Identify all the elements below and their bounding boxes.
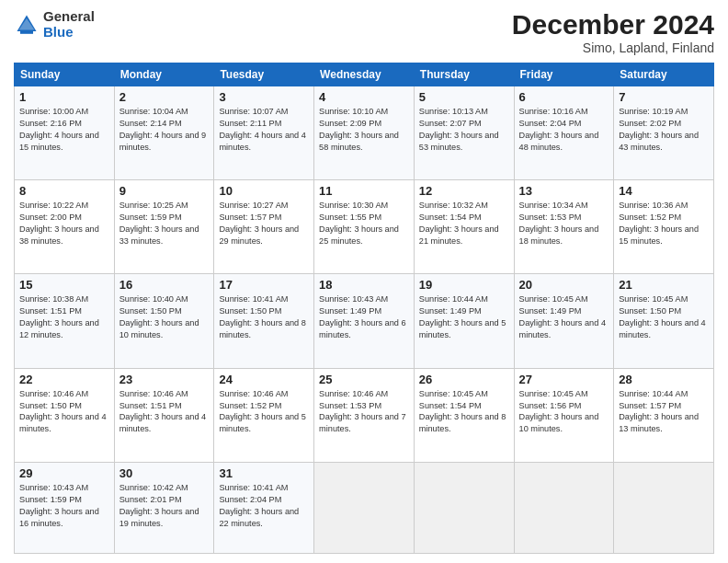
day-detail: Sunrise: 10:16 AMSunset: 2:04 PMDaylight…: [519, 107, 599, 152]
calendar-table: Sunday Monday Tuesday Wednesday Thursday…: [14, 63, 714, 554]
table-row: 26 Sunrise: 10:45 AMSunset: 1:54 PMDayli…: [414, 368, 514, 462]
day-number: 3: [219, 90, 309, 104]
day-number: 7: [619, 90, 709, 104]
day-detail: Sunrise: 10:38 AMSunset: 1:51 PMDaylight…: [19, 294, 99, 339]
table-row: 5 Sunrise: 10:13 AMSunset: 2:07 PMDaylig…: [414, 86, 514, 180]
table-row: 18 Sunrise: 10:43 AMSunset: 1:49 PMDayli…: [314, 274, 415, 368]
day-detail: Sunrise: 10:10 AMSunset: 2:09 PMDaylight…: [319, 107, 399, 152]
day-detail: Sunrise: 10:44 AMSunset: 1:57 PMDaylight…: [619, 389, 699, 434]
table-row: 2 Sunrise: 10:04 AMSunset: 2:14 PMDaylig…: [114, 86, 214, 180]
day-number: 28: [619, 373, 709, 386]
table-row: 15 Sunrise: 10:38 AMSunset: 1:51 PMDayli…: [15, 274, 115, 368]
day-detail: Sunrise: 10:19 AMSunset: 2:02 PMDaylight…: [619, 107, 699, 152]
table-row: 12 Sunrise: 10:32 AMSunset: 1:54 PMDayli…: [414, 180, 514, 274]
table-row: 8 Sunrise: 10:22 AMSunset: 2:00 PMDaylig…: [15, 180, 115, 274]
header-thursday: Thursday: [414, 63, 514, 86]
day-number: 16: [119, 278, 210, 292]
location-subtitle: Simo, Lapland, Finland: [512, 40, 714, 55]
day-detail: Sunrise: 10:43 AMSunset: 1:59 PMDaylight…: [19, 483, 99, 528]
table-row: [314, 462, 415, 553]
day-number: 4: [319, 90, 409, 104]
day-number: 30: [119, 466, 210, 480]
logo-general-text: General: [43, 9, 95, 25]
day-number: 10: [219, 184, 309, 198]
day-detail: Sunrise: 10:25 AMSunset: 1:59 PMDaylight…: [119, 201, 199, 246]
table-row: 16 Sunrise: 10:40 AMSunset: 1:50 PMDayli…: [114, 274, 214, 368]
weekday-header-row: Sunday Monday Tuesday Wednesday Thursday…: [15, 63, 714, 86]
table-row: [514, 462, 614, 553]
day-number: 12: [419, 184, 509, 198]
table-row: 29 Sunrise: 10:43 AMSunset: 1:59 PMDayli…: [15, 462, 115, 553]
header-monday: Monday: [114, 63, 214, 86]
day-number: 31: [219, 466, 309, 480]
day-detail: Sunrise: 10:45 AMSunset: 1:54 PMDaylight…: [419, 389, 506, 434]
table-row: 14 Sunrise: 10:36 AMSunset: 1:52 PMDayli…: [614, 180, 714, 274]
day-detail: Sunrise: 10:40 AMSunset: 1:50 PMDaylight…: [119, 294, 199, 339]
day-number: 13: [519, 184, 609, 198]
table-row: 30 Sunrise: 10:42 AMSunset: 2:01 PMDayli…: [114, 462, 214, 553]
table-row: 24 Sunrise: 10:46 AMSunset: 1:52 PMDayli…: [214, 368, 314, 462]
day-detail: Sunrise: 10:42 AMSunset: 2:01 PMDaylight…: [119, 483, 199, 528]
svg-rect-2: [20, 31, 33, 34]
day-number: 21: [619, 278, 709, 292]
day-detail: Sunrise: 10:43 AMSunset: 1:49 PMDaylight…: [319, 294, 406, 339]
table-row: [414, 462, 514, 553]
day-detail: Sunrise: 10:04 AMSunset: 2:14 PMDaylight…: [119, 107, 207, 152]
day-detail: Sunrise: 10:00 AMSunset: 2:16 PMDaylight…: [19, 107, 99, 152]
day-number: 23: [119, 373, 210, 386]
header-saturday: Saturday: [614, 63, 714, 86]
table-row: [614, 462, 714, 553]
day-number: 11: [319, 184, 409, 198]
day-detail: Sunrise: 10:07 AMSunset: 2:11 PMDaylight…: [219, 107, 306, 152]
header-friday: Friday: [514, 63, 614, 86]
table-row: 19 Sunrise: 10:44 AMSunset: 1:49 PMDayli…: [414, 274, 514, 368]
day-detail: Sunrise: 10:41 AMSunset: 1:50 PMDaylight…: [219, 294, 306, 339]
day-number: 25: [319, 373, 409, 386]
day-detail: Sunrise: 10:45 AMSunset: 1:50 PMDaylight…: [619, 294, 706, 339]
day-detail: Sunrise: 10:30 AMSunset: 1:55 PMDaylight…: [319, 201, 399, 246]
day-detail: Sunrise: 10:36 AMSunset: 1:52 PMDaylight…: [619, 201, 699, 246]
logo-icon: [14, 12, 40, 38]
calendar-header: Sunday Monday Tuesday Wednesday Thursday…: [15, 63, 714, 86]
day-detail: Sunrise: 10:46 AMSunset: 1:52 PMDaylight…: [219, 389, 306, 434]
table-row: 3 Sunrise: 10:07 AMSunset: 2:11 PMDaylig…: [214, 86, 314, 180]
day-detail: Sunrise: 10:46 AMSunset: 1:53 PMDaylight…: [319, 389, 406, 434]
day-detail: Sunrise: 10:34 AMSunset: 1:53 PMDaylight…: [519, 201, 599, 246]
table-row: 13 Sunrise: 10:34 AMSunset: 1:53 PMDayli…: [514, 180, 614, 274]
table-row: 25 Sunrise: 10:46 AMSunset: 1:53 PMDayli…: [314, 368, 415, 462]
day-detail: Sunrise: 10:27 AMSunset: 1:57 PMDaylight…: [219, 201, 299, 246]
table-row: 9 Sunrise: 10:25 AMSunset: 1:59 PMDaylig…: [114, 180, 214, 274]
table-row: 20 Sunrise: 10:45 AMSunset: 1:49 PMDayli…: [514, 274, 614, 368]
day-number: 27: [519, 373, 609, 386]
day-number: 22: [19, 373, 109, 386]
day-number: 19: [419, 278, 509, 292]
day-number: 9: [119, 184, 210, 198]
day-detail: Sunrise: 10:46 AMSunset: 1:50 PMDaylight…: [19, 389, 107, 434]
day-detail: Sunrise: 10:46 AMSunset: 1:51 PMDaylight…: [119, 389, 207, 434]
page: General Blue December 2024 Simo, Lapland…: [0, 0, 728, 563]
day-number: 1: [19, 90, 109, 104]
table-row: 1 Sunrise: 10:00 AMSunset: 2:16 PMDaylig…: [15, 86, 115, 180]
day-number: 17: [219, 278, 309, 292]
header: General Blue December 2024 Simo, Lapland…: [14, 9, 714, 55]
month-title: December 2024: [512, 9, 714, 40]
day-number: 5: [419, 90, 509, 104]
table-row: 4 Sunrise: 10:10 AMSunset: 2:09 PMDaylig…: [314, 86, 415, 180]
day-detail: Sunrise: 10:32 AMSunset: 1:54 PMDaylight…: [419, 201, 499, 246]
table-row: 7 Sunrise: 10:19 AMSunset: 2:02 PMDaylig…: [614, 86, 714, 180]
day-number: 24: [219, 373, 309, 386]
logo-blue-text: Blue: [43, 25, 95, 40]
table-row: 21 Sunrise: 10:45 AMSunset: 1:50 PMDayli…: [614, 274, 714, 368]
table-row: 28 Sunrise: 10:44 AMSunset: 1:57 PMDayli…: [614, 368, 714, 462]
day-number: 20: [519, 278, 609, 292]
day-number: 6: [519, 90, 609, 104]
logo-text: General Blue: [43, 9, 95, 40]
day-number: 8: [19, 184, 109, 198]
day-number: 14: [619, 184, 709, 198]
day-detail: Sunrise: 10:41 AMSunset: 2:04 PMDaylight…: [219, 483, 299, 528]
table-row: 23 Sunrise: 10:46 AMSunset: 1:51 PMDayli…: [114, 368, 214, 462]
table-row: 31 Sunrise: 10:41 AMSunset: 2:04 PMDayli…: [214, 462, 314, 553]
calendar-body: 1 Sunrise: 10:00 AMSunset: 2:16 PMDaylig…: [15, 86, 714, 554]
table-row: 22 Sunrise: 10:46 AMSunset: 1:50 PMDayli…: [15, 368, 115, 462]
day-detail: Sunrise: 10:45 AMSunset: 1:49 PMDaylight…: [519, 294, 607, 339]
